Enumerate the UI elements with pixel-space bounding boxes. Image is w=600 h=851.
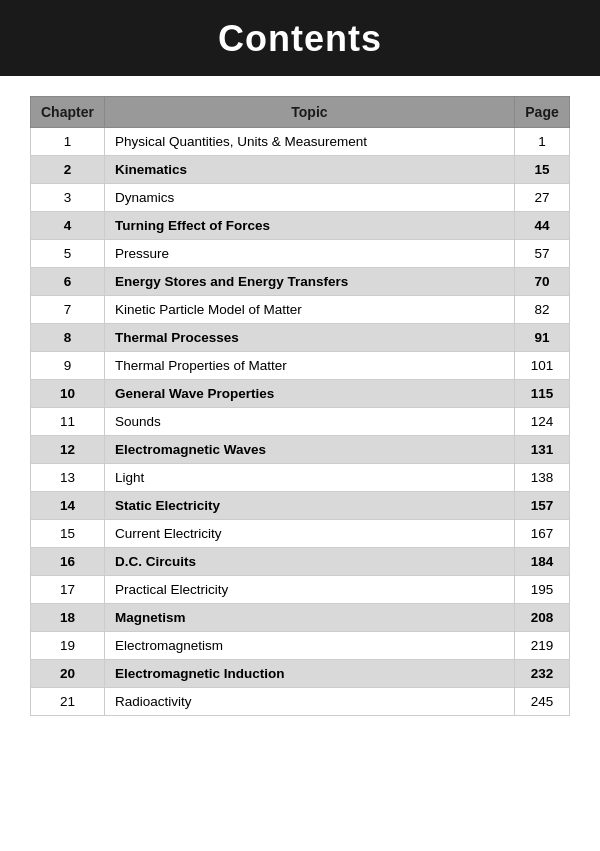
- cell-chapter: 7: [31, 296, 105, 324]
- cell-page: 15: [515, 156, 570, 184]
- cell-topic: Dynamics: [104, 184, 514, 212]
- table-row: 18Magnetism208: [31, 604, 570, 632]
- cell-page: 91: [515, 324, 570, 352]
- cell-topic: Physical Quantities, Units & Measurement: [104, 128, 514, 156]
- table-container: Chapter Topic Page 1Physical Quantities,…: [0, 76, 600, 736]
- table-row: 5Pressure57: [31, 240, 570, 268]
- cell-chapter: 13: [31, 464, 105, 492]
- cell-chapter: 3: [31, 184, 105, 212]
- page: Contents Chapter Topic Page 1Physical Qu…: [0, 0, 600, 851]
- contents-table: Chapter Topic Page 1Physical Quantities,…: [30, 96, 570, 716]
- cell-topic: Practical Electricity: [104, 576, 514, 604]
- table-row: 1Physical Quantities, Units & Measuremen…: [31, 128, 570, 156]
- cell-page: 232: [515, 660, 570, 688]
- cell-topic: Static Electricity: [104, 492, 514, 520]
- cell-topic: Magnetism: [104, 604, 514, 632]
- cell-topic: Electromagnetism: [104, 632, 514, 660]
- cell-chapter: 10: [31, 380, 105, 408]
- table-row: 10General Wave Properties115: [31, 380, 570, 408]
- table-row: 20Electromagnetic Induction232: [31, 660, 570, 688]
- cell-chapter: 15: [31, 520, 105, 548]
- cell-topic: Light: [104, 464, 514, 492]
- table-row: 15Current Electricity167: [31, 520, 570, 548]
- cell-page: 82: [515, 296, 570, 324]
- cell-chapter: 14: [31, 492, 105, 520]
- table-row: 4Turning Effect of Forces44: [31, 212, 570, 240]
- cell-topic: Pressure: [104, 240, 514, 268]
- cell-page: 1: [515, 128, 570, 156]
- cell-topic: General Wave Properties: [104, 380, 514, 408]
- table-row: 14Static Electricity157: [31, 492, 570, 520]
- cell-chapter: 6: [31, 268, 105, 296]
- cell-page: 157: [515, 492, 570, 520]
- cell-page: 219: [515, 632, 570, 660]
- table-row: 12Electromagnetic Waves131: [31, 436, 570, 464]
- cell-page: 124: [515, 408, 570, 436]
- cell-page: 245: [515, 688, 570, 716]
- cell-chapter: 16: [31, 548, 105, 576]
- cell-chapter: 4: [31, 212, 105, 240]
- cell-topic: Thermal Processes: [104, 324, 514, 352]
- page-title: Contents: [218, 18, 382, 59]
- cell-chapter: 8: [31, 324, 105, 352]
- header-bar: Contents: [0, 0, 600, 76]
- table-row: 19Electromagnetism219: [31, 632, 570, 660]
- cell-chapter: 20: [31, 660, 105, 688]
- cell-page: 208: [515, 604, 570, 632]
- cell-page: 138: [515, 464, 570, 492]
- cell-page: 101: [515, 352, 570, 380]
- cell-chapter: 19: [31, 632, 105, 660]
- cell-topic: Electromagnetic Waves: [104, 436, 514, 464]
- cell-page: 195: [515, 576, 570, 604]
- table-row: 16D.C. Circuits184: [31, 548, 570, 576]
- col-header-chapter: Chapter: [31, 97, 105, 128]
- cell-page: 184: [515, 548, 570, 576]
- cell-topic: Kinematics: [104, 156, 514, 184]
- cell-page: 57: [515, 240, 570, 268]
- table-header-row: Chapter Topic Page: [31, 97, 570, 128]
- cell-chapter: 2: [31, 156, 105, 184]
- cell-chapter: 9: [31, 352, 105, 380]
- table-row: 7Kinetic Particle Model of Matter82: [31, 296, 570, 324]
- table-row: 21Radioactivity245: [31, 688, 570, 716]
- cell-chapter: 21: [31, 688, 105, 716]
- cell-topic: Current Electricity: [104, 520, 514, 548]
- col-header-topic: Topic: [104, 97, 514, 128]
- cell-page: 70: [515, 268, 570, 296]
- table-row: 8Thermal Processes91: [31, 324, 570, 352]
- table-row: 11Sounds124: [31, 408, 570, 436]
- cell-topic: D.C. Circuits: [104, 548, 514, 576]
- cell-chapter: 1: [31, 128, 105, 156]
- cell-chapter: 12: [31, 436, 105, 464]
- cell-chapter: 5: [31, 240, 105, 268]
- cell-page: 27: [515, 184, 570, 212]
- cell-topic: Electromagnetic Induction: [104, 660, 514, 688]
- table-row: 13Light138: [31, 464, 570, 492]
- cell-chapter: 18: [31, 604, 105, 632]
- cell-page: 115: [515, 380, 570, 408]
- cell-page: 167: [515, 520, 570, 548]
- cell-topic: Sounds: [104, 408, 514, 436]
- cell-page: 131: [515, 436, 570, 464]
- cell-page: 44: [515, 212, 570, 240]
- table-row: 9Thermal Properties of Matter101: [31, 352, 570, 380]
- cell-topic: Turning Effect of Forces: [104, 212, 514, 240]
- table-row: 2Kinematics15: [31, 156, 570, 184]
- table-row: 17Practical Electricity195: [31, 576, 570, 604]
- table-row: 3Dynamics27: [31, 184, 570, 212]
- cell-topic: Energy Stores and Energy Transfers: [104, 268, 514, 296]
- cell-chapter: 11: [31, 408, 105, 436]
- col-header-page: Page: [515, 97, 570, 128]
- cell-topic: Thermal Properties of Matter: [104, 352, 514, 380]
- cell-topic: Kinetic Particle Model of Matter: [104, 296, 514, 324]
- table-row: 6Energy Stores and Energy Transfers70: [31, 268, 570, 296]
- cell-topic: Radioactivity: [104, 688, 514, 716]
- cell-chapter: 17: [31, 576, 105, 604]
